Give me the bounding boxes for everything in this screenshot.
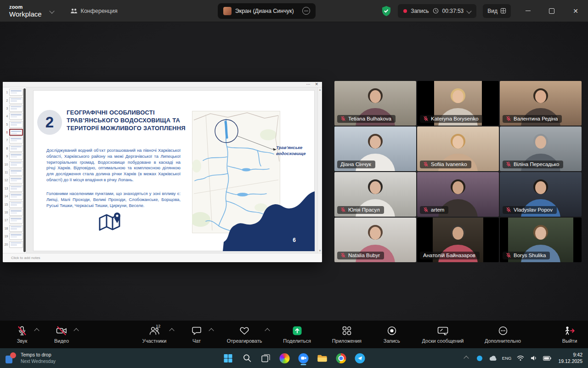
participant-tile[interactable]: Tetiana Bulhakova [334,81,416,126]
tab-screen-share[interactable]: Экран (Диана Синчук) [218,3,316,19]
slide-thumbnail[interactable]: 5 [4,121,26,128]
thumbnail-number: 7 [4,138,8,142]
slide-paragraph-2: Головними населеними пунктами, що знаход… [46,191,181,208]
chevron-up-icon[interactable] [265,328,270,333]
onedrive-icon[interactable] [489,353,497,364]
participant-tile[interactable]: Borys Shulika [500,218,582,262]
thumbnail-scrollbar[interactable] [23,88,26,252]
tray-chevron-up-icon[interactable] [462,353,470,364]
search-icon [243,354,251,362]
slide-thumbnail[interactable]: 1 [4,89,26,96]
toolbar-leave-button[interactable]: Выйти [560,325,579,344]
slide-thumbnail[interactable]: 16 [4,209,26,216]
slide-thumbnail[interactable]: 13 [4,185,26,192]
minimize-button[interactable] [522,5,534,17]
participant-tile[interactable]: artem [417,172,499,217]
maximize-button[interactable] [546,5,558,17]
zoom-app-icon[interactable] [298,351,310,365]
chevron-down-icon[interactable] [49,8,54,13]
thumbnail-number: 9 [4,155,8,158]
toolbar-react-button[interactable]: Отреагировать [227,325,262,344]
slide-thumbnail[interactable]: 14 [4,193,26,200]
participant-tile[interactable]: Natalia Bubyr [334,218,416,262]
toolbar-cam-off-button[interactable]: Видео [52,325,71,344]
participant-tile[interactable]: Vladyslav Popov [500,172,582,217]
toolbar-participants-button[interactable]: 12Участники [142,325,167,344]
slide-thumbnail[interactable]: 19 [4,233,26,240]
presentation-scrollbar[interactable]: ▲ ▼ [317,87,322,253]
security-shield-icon[interactable] [381,6,391,17]
slide-thumbnail[interactable]: 2 [4,97,26,104]
slide-thumbnail[interactable]: 10 [4,161,26,168]
toolbar-boards-button[interactable]: Доски сообщений [422,325,464,344]
slide-thumbnail[interactable]: 8 [4,145,26,152]
view-button[interactable]: Вид [483,4,511,18]
toolbar-apps-button[interactable]: Приложения [332,325,362,344]
battery-icon[interactable] [543,353,551,364]
recording-label: Запись [411,8,429,14]
logo-zoom-text: zoom [9,5,42,10]
notes-area[interactable]: Click to add notes [3,253,322,262]
weather-widget[interactable]: Temps to drop Next Wednesday [6,352,113,364]
taskbar-clock[interactable]: 9:42 19.12.2025 [558,352,582,364]
wifi-icon[interactable] [516,353,525,364]
scroll-down-icon[interactable]: ▼ [319,249,322,252]
chrome-icon[interactable] [335,351,347,365]
chevron-down-icon[interactable] [467,8,472,13]
mic-muted-icon [506,207,511,213]
toolbar-share-button[interactable]: Поделиться [283,325,311,344]
slide-thumbnail[interactable]: 9 [4,153,26,160]
volume-icon[interactable] [530,353,538,364]
chevron-up-icon[interactable] [170,328,175,333]
file-explorer-icon[interactable] [317,351,328,365]
participant-tile[interactable]: Валентина Редіна [500,81,582,126]
slide-thumbnail[interactable]: 18 [4,225,26,232]
participant-tile[interactable]: Діана Сінчук [334,126,416,171]
participant-tile[interactable]: Віліна Пересадько [500,126,582,171]
task-view-button[interactable] [260,351,272,365]
map-annotation-label: Трав’янське водосховище [276,145,314,157]
presentation-more-icon[interactable]: ⋯ [306,82,310,86]
search-button[interactable] [241,351,253,365]
slide-thumbnail[interactable]: 7 [4,137,26,144]
mic-muted-icon [340,253,346,258]
slide-thumbnail[interactable]: 6 [4,129,26,136]
telegram-tray-icon[interactable] [475,353,484,364]
toolbar-record-button[interactable]: Запись [383,325,401,344]
chevron-up-icon[interactable] [34,328,39,333]
language-indicator[interactable]: ENG [502,356,512,361]
close-button[interactable]: ✕ [570,5,582,17]
slide-thumbnail[interactable]: 12 [4,177,26,184]
chevron-up-icon[interactable] [209,328,214,333]
designer-app-icon[interactable] [279,351,291,365]
thumbnail-number: 12 [4,178,8,182]
slide-thumbnail[interactable]: 15 [4,201,26,207]
recording-indicator[interactable]: Запись 00:37:53 [398,4,476,18]
toolbar-chat-button[interactable]: Чат [187,325,206,344]
tab-meeting[interactable]: Конференция [70,8,118,14]
participant-tile[interactable]: Анатолій Байназаров [417,218,499,262]
participant-name-tag: Sofiia Ivanenko [420,161,471,168]
participant-tile[interactable]: Юлія Прасул [334,172,416,217]
slide-thumbnail[interactable]: 11 [4,169,26,176]
thumbnail-number: 1 [4,91,8,94]
toolbar-mic-off-button[interactable]: Звук [13,325,31,344]
start-button[interactable] [222,351,234,365]
participant-name-tag: Kateryna Borysenko [420,115,483,123]
toolbar-more-button[interactable]: Дополнительно [485,325,521,344]
participant-name: Borys Shulika [514,253,546,258]
telegram-icon[interactable] [354,351,366,365]
slide-thumbnail[interactable]: 4 [4,113,26,120]
toolbar-button-label: Дополнительно [485,338,521,344]
minus-circle-icon[interactable] [302,7,310,15]
slide-thumbnail[interactable]: 20 [4,241,26,247]
scroll-up-icon[interactable]: ▲ [319,88,322,91]
chevron-up-icon[interactable] [74,328,79,333]
slide-thumbnail[interactable]: 3 [4,105,26,112]
participant-tile[interactable]: Sofiia Ivanenko [417,126,499,171]
participant-tile[interactable]: Kateryna Borysenko [417,81,499,126]
slide-thumbnail[interactable]: 17 [4,217,26,224]
clock-icon [433,8,439,14]
thumbnail-number: 4 [4,115,8,118]
presentation-close-icon[interactable]: ✕ [315,82,318,86]
